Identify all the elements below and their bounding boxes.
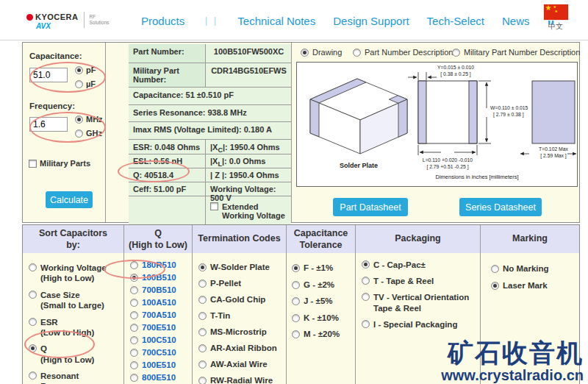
part-700A510-radio[interactable]: 700A510 [130,308,189,321]
working-voltage-result: Working Voltage: 500 V [206,182,291,196]
extended-working-voltage-label: Extended Working Voltage [222,202,287,220]
tolerance-g-radio[interactable]: G - ±2% [292,277,352,294]
capacitance-input[interactable] [29,68,68,82]
part-100E510-radio[interactable]: 100E510 [130,358,189,371]
view-drawing-radio[interactable]: Drawing [301,48,342,57]
kyocera-logo-mark [26,14,33,21]
radio-icon [198,360,207,369]
radio-icon [198,280,207,288]
packaging-c-radio[interactable]: C - Cap-Pac± [362,260,476,271]
series-datasheet-button[interactable]: Series Datasheet [459,198,542,216]
radio-icon [130,336,138,344]
packaging-t-radio[interactable]: T - Tape & Reel [362,276,476,287]
table-row: Imax RMS (Voltage Limited): 0.180 A [129,122,291,140]
part-100B510-radio[interactable]: 100B510 [130,271,189,283]
packaging-column: Packaging C - Cap-Pac± T - Tape & Reel T… [356,225,481,384]
frequency-input[interactable] [29,117,68,132]
nav-tech-select[interactable]: Tech-Select [427,15,484,27]
radio-icon [130,311,138,319]
marking-header: Marking [481,225,579,253]
z-result: | Z |: 1950.4 Ohms [206,168,291,182]
part-800E510-radio[interactable]: 800E510 [130,371,189,383]
view-part-desc-radio[interactable]: Part Number Description [353,48,453,57]
view-mil-desc-radio[interactable]: Military Part Number Description [452,48,580,57]
part-datasheet-button[interactable]: Part Datasheet [333,198,408,216]
termination-t-radio[interactable]: T-Tin [198,307,283,324]
part-100A510-radio[interactable]: 100A510 [130,296,189,308]
radio-icon [130,274,138,282]
radio-icon [198,344,207,352]
unit-ghz-radio[interactable]: GHz [75,129,102,138]
termination-aw-radio[interactable]: AW-Axial Wire [198,356,283,372]
military-parts-checkbox[interactable]: Military Parts [29,159,90,168]
marking-none-radio[interactable]: No Marking [491,260,576,277]
logo-tagline-solutions: Solutions [90,20,110,25]
q-header: Q [154,228,162,238]
q-result: Q: 40518.4 [129,168,206,182]
view-part-desc-label: Part Number Description [365,48,453,57]
calculate-button[interactable]: Calculate [46,191,93,208]
termination-p-radio[interactable]: P-Pellet [198,275,283,291]
frequency-label: Frequency: [29,102,75,110]
dim-w-inches: W=0.110 ± 0.015 [490,105,528,110]
radio-icon [292,314,300,322]
tolerance-m-radio[interactable]: M - ±20% [292,326,352,343]
imax-result: Imax RMS (Voltage Limited): 0.180 A [129,122,276,139]
radio-icon [75,66,83,74]
radio-icon [292,297,300,305]
military-part-number-value: CDR14BG510EFWS [206,63,291,87]
view-drawing-label: Drawing [312,48,342,57]
packaging-tv-radio[interactable]: TV - Vertical Orientation Tape & Reel [362,292,476,314]
radio-icon [75,115,83,124]
sort-esr-radio[interactable]: ESR(Low to High) [29,317,121,338]
part-700E510-radio[interactable]: 700E510 [130,321,189,333]
military-part-number-label: Military Part Number: [129,63,206,87]
radio-icon [491,282,499,290]
nav-separator: ❘❘ [202,15,220,26]
checkbox-icon [29,160,37,168]
sort-column: Sort Capacitorsby: Working Voltage(High … [23,225,124,384]
language-switch[interactable]: ★ ★ ★ 中文 [541,4,570,32]
nav-design-support[interactable]: Design Support [333,15,409,27]
radio-icon [198,312,207,320]
part-700C510-radio[interactable]: 700C510 [130,346,189,358]
tolerance-k-radio[interactable]: K - ±10% [292,310,352,327]
solder-plate-label: Solder Plate [340,162,378,169]
termination-w-radio[interactable]: W-Solder Plate [198,259,283,275]
part-100C510-radio[interactable]: 100C510 [130,333,189,346]
nav-news[interactable]: News [502,15,530,27]
unit-uf-radio[interactable]: µF [75,79,96,88]
sort-resonant-frequency-radio[interactable]: ResonantFrequency [29,371,121,384]
part-700B510-radio[interactable]: 700B510 [130,283,189,296]
radio-icon [292,281,300,289]
logo-avx-text: AVX [36,22,79,30]
termination-ar-radio[interactable]: AR-Axial Ribbon [198,340,283,356]
radio-icon [130,261,138,269]
radio-icon [75,129,83,138]
kyocera-avx-logo[interactable]: KYOCERA AVX RFSolutions [26,10,109,30]
termination-ms-radio[interactable]: MS-Microstrip [198,324,283,340]
unit-mhz-radio[interactable]: MHz [75,115,103,124]
view-mil-desc-label: Military Part Number Description [464,48,580,57]
packaging-i-radio[interactable]: I - Special Packaging [362,319,476,330]
tolerance-f-radio[interactable]: F - ±1% [292,260,352,277]
sort-case-size-radio[interactable]: Case Size(Small to Large) [29,290,121,311]
dim-y-inches: Y=0.015 ± 0.010 [437,65,474,70]
sort-working-voltage-radio[interactable]: Working Voltage(High to Low) [29,263,121,284]
radio-icon [29,291,37,299]
part-180R510-radio[interactable]: 180R510 [130,258,189,271]
dim-t-mm: [ 2.59 Max ] [540,153,567,159]
tolerance-j-radio[interactable]: J - ±5% [292,293,352,310]
nav-products[interactable]: Products [141,15,184,27]
table-row: Series Resonance: 938.8 MHz [129,105,291,122]
radio-icon [301,49,309,57]
radio-icon [29,318,37,326]
sort-q-radio[interactable]: Q(High to Low) [29,344,121,365]
radio-icon [198,263,207,271]
marking-laser-radio[interactable]: Laser Mark [491,277,576,294]
termination-ca-radio[interactable]: CA-Gold Chip [198,291,283,307]
termination-rw-radio[interactable]: RW-Radial Wire [198,372,283,384]
nav-technical-notes[interactable]: Technical Notes [237,15,315,27]
unit-uf-label: µF [86,79,96,88]
unit-pf-radio[interactable]: pF [75,65,96,74]
